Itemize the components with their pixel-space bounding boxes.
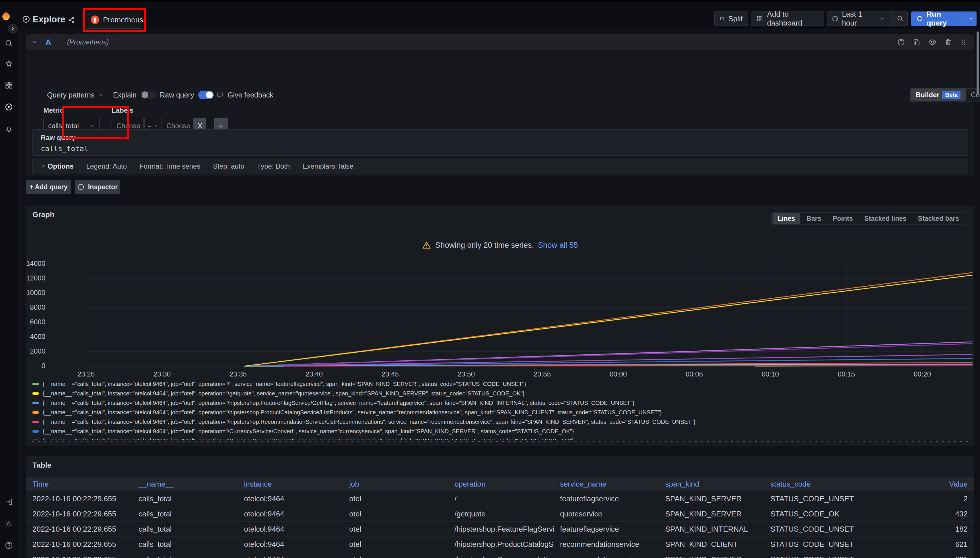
sidebar-expand-button[interactable] bbox=[7, 23, 18, 34]
legend-label: {__name__="calls_total", instance="otelc… bbox=[43, 400, 634, 406]
column-header-statuscode[interactable]: status_code bbox=[764, 477, 870, 491]
query-ref-id: A bbox=[46, 38, 51, 47]
options-type: Type: Both bbox=[257, 162, 290, 170]
magnifier-minus-icon bbox=[896, 15, 904, 22]
graph-legend: {__name__="calls_total", instance="otelc… bbox=[33, 379, 968, 440]
duplicate-query-icon[interactable] bbox=[913, 38, 921, 46]
column-header-time[interactable]: Time bbox=[26, 477, 132, 491]
time-series-chart[interactable] bbox=[50, 258, 980, 370]
table-cell: SPAN_KIND_SERVER bbox=[659, 506, 764, 521]
table-row: 2022-10-16 00:22:29.655calls_totalotelco… bbox=[26, 491, 974, 506]
series-line-darkred-flat bbox=[284, 366, 973, 366]
chevron-down-icon bbox=[879, 16, 884, 21]
explain-toggle[interactable] bbox=[141, 90, 156, 99]
legend-item[interactable]: {__name__="calls_total", instance="otelc… bbox=[33, 417, 968, 427]
legend-label: {__name__="calls_total", instance="otelc… bbox=[43, 390, 525, 397]
graph-mode-stacked-bars[interactable]: Stacked bars bbox=[913, 213, 964, 224]
collapse-chevron-icon[interactable] bbox=[32, 39, 38, 45]
table-cell: 2022-10-16 00:22:29.655 bbox=[26, 491, 132, 506]
table-cell: STATUS_CODE_UNSET bbox=[764, 537, 870, 552]
split-button[interactable]: Split bbox=[714, 11, 748, 26]
raw-query-toggle-label: Raw query bbox=[160, 91, 194, 99]
give-feedback-button[interactable]: Give feedback bbox=[216, 88, 273, 102]
legend-label: {__name__="calls_total", instance="otelc… bbox=[43, 381, 526, 387]
column-header-job[interactable]: job bbox=[343, 477, 448, 491]
options-step: Step: auto bbox=[213, 162, 244, 170]
dashboards-icon[interactable] bbox=[4, 80, 14, 90]
table-cell: / bbox=[448, 491, 554, 506]
table-cell: SPAN_KIND_CLIENT bbox=[659, 537, 764, 552]
chevron-down-icon bbox=[99, 92, 104, 97]
apps-icon bbox=[756, 15, 763, 22]
y-tick-label: 4000 bbox=[16, 333, 45, 341]
column-header-name[interactable]: __name__ bbox=[132, 477, 238, 491]
give-feedback-label: Give feedback bbox=[227, 91, 273, 99]
remove-query-trash-icon[interactable] bbox=[944, 38, 952, 46]
chevron-down-icon bbox=[89, 123, 95, 128]
x-tick-label: 23:55 bbox=[526, 370, 558, 378]
hide-response-eye-icon[interactable] bbox=[928, 38, 937, 46]
column-header-operation[interactable]: operation bbox=[448, 477, 554, 491]
column-header-instance[interactable]: instance bbox=[238, 477, 343, 491]
add-query-label: + Add query bbox=[30, 183, 68, 191]
sync-icon bbox=[916, 15, 923, 22]
time-range-picker[interactable]: Last 1 hour bbox=[827, 12, 888, 26]
legend-item[interactable]: {__name__="calls_total", instance="otelc… bbox=[33, 389, 968, 398]
run-query-button[interactable]: Run query bbox=[911, 11, 965, 26]
explain-label: Explain bbox=[113, 91, 136, 99]
clock-icon bbox=[832, 15, 839, 22]
builder-code-switch: Builder Beta Code bbox=[910, 88, 980, 102]
legend-swatch bbox=[33, 402, 39, 404]
page-scrollbar-thumb[interactable] bbox=[977, 31, 979, 95]
search-icon[interactable] bbox=[4, 38, 14, 48]
x-tick-label: 23:50 bbox=[451, 370, 482, 378]
legend-item[interactable]: {__name__="calls_total", instance="otelc… bbox=[33, 427, 968, 436]
graph-mode-lines[interactable]: Lines bbox=[773, 213, 800, 224]
graph-mode-bars[interactable]: Bars bbox=[801, 213, 826, 224]
table-cell: calls_total bbox=[132, 491, 238, 506]
show-all-series-link[interactable]: Show all 55 bbox=[538, 241, 578, 250]
datasource-picker[interactable]: Prometheus bbox=[86, 11, 142, 29]
column-header-servicename[interactable]: service_name bbox=[554, 477, 659, 491]
raw-query-toggle[interactable] bbox=[198, 90, 214, 99]
add-query-button[interactable]: + Add query bbox=[26, 180, 71, 194]
x-tick-label: 00:05 bbox=[679, 370, 710, 378]
table-row: 2022-10-16 00:22:29.655calls_totalotelco… bbox=[26, 552, 974, 558]
inspector-button[interactable]: Inspector bbox=[75, 180, 120, 194]
y-tick-label: 8000 bbox=[16, 304, 45, 312]
legend-item[interactable]: {__name__="calls_total", instance="otelc… bbox=[33, 408, 968, 417]
y-tick-label: 2000 bbox=[16, 347, 45, 355]
gear-icon[interactable] bbox=[4, 519, 14, 529]
builder-tab[interactable]: Builder Beta bbox=[911, 89, 966, 101]
legend-item-clipped[interactable]: {__name__="calls_total", instance="otelc… bbox=[33, 436, 968, 440]
add-to-dashboard-button[interactable]: Add to dashboard bbox=[751, 11, 824, 26]
legend-scrollbar[interactable] bbox=[33, 441, 968, 442]
star-icon[interactable] bbox=[4, 59, 14, 69]
column-header-spankind[interactable]: span_kind bbox=[659, 477, 764, 491]
share-icon[interactable] bbox=[68, 16, 75, 23]
table-cell: otel bbox=[343, 537, 448, 552]
raw-query-box: Raw query calls_total bbox=[33, 129, 968, 156]
help-icon[interactable] bbox=[4, 540, 14, 551]
query-help-icon[interactable] bbox=[897, 38, 905, 46]
x-tick-label: 00:00 bbox=[602, 370, 634, 378]
query-patterns-button[interactable]: Query patterns bbox=[47, 88, 104, 102]
explore-icon-active[interactable] bbox=[4, 102, 14, 112]
zoom-out-time-button[interactable] bbox=[893, 12, 908, 26]
table-cell: /hipstershop.FeatureFlagServi... bbox=[448, 522, 554, 537]
legend-item[interactable]: {__name__="calls_total", instance="otelc… bbox=[33, 398, 968, 408]
drag-handle-icon[interactable] bbox=[960, 38, 968, 46]
grafana-logo[interactable] bbox=[2, 11, 11, 21]
run-query-dropdown[interactable] bbox=[965, 11, 977, 26]
legend-item[interactable]: {__name__="calls_total", instance="otelc… bbox=[33, 379, 968, 389]
table-cell: /getquote bbox=[448, 506, 554, 521]
split-icon bbox=[720, 15, 724, 22]
graph-mode-stacked-lines[interactable]: Stacked lines bbox=[859, 213, 912, 224]
bell-icon[interactable] bbox=[4, 124, 14, 134]
sign-in-icon[interactable] bbox=[4, 497, 14, 507]
y-tick-label: 12000 bbox=[16, 274, 45, 282]
options-exemplars: Exemplars: false bbox=[303, 162, 353, 170]
options-toggle[interactable]: Options bbox=[41, 162, 74, 170]
column-header-value[interactable]: Value bbox=[870, 477, 974, 491]
graph-mode-points[interactable]: Points bbox=[827, 213, 858, 224]
